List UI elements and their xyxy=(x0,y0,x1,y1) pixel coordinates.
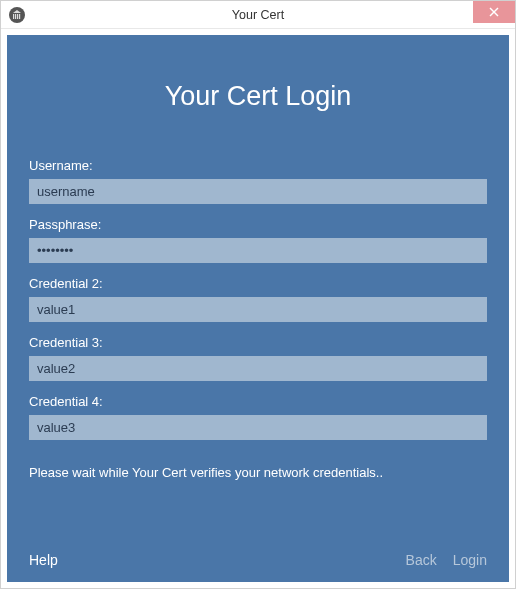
credential-2-input[interactable] xyxy=(29,297,487,322)
svg-rect-1 xyxy=(15,14,16,19)
back-button[interactable]: Back xyxy=(406,552,437,568)
svg-rect-3 xyxy=(19,14,20,19)
username-label: Username: xyxy=(29,158,487,173)
credential-2-label: Credential 2: xyxy=(29,276,487,291)
help-link[interactable]: Help xyxy=(29,552,58,568)
credential-3-label: Credential 3: xyxy=(29,335,487,350)
username-input[interactable] xyxy=(29,179,487,204)
field-credential-3: Credential 3: xyxy=(29,335,487,381)
svg-rect-0 xyxy=(13,14,14,19)
status-message: Please wait while Your Cert verifies you… xyxy=(29,465,487,480)
close-icon xyxy=(489,5,499,19)
login-panel: Your Cert Login Username: Passphrase: Cr… xyxy=(7,35,509,582)
credential-4-label: Credential 4: xyxy=(29,394,487,409)
passphrase-input[interactable] xyxy=(29,238,487,263)
window-root: Your Cert Your Cert Login Username: Pass… xyxy=(0,0,516,589)
field-passphrase: Passphrase: xyxy=(29,217,487,263)
svg-rect-2 xyxy=(17,14,18,19)
page-title: Your Cert Login xyxy=(29,81,487,112)
app-icon xyxy=(9,7,25,23)
titlebar: Your Cert xyxy=(1,1,515,29)
passphrase-label: Passphrase: xyxy=(29,217,487,232)
close-button[interactable] xyxy=(473,1,515,23)
field-credential-4: Credential 4: xyxy=(29,394,487,440)
credential-4-input[interactable] xyxy=(29,415,487,440)
credential-3-input[interactable] xyxy=(29,356,487,381)
svg-marker-4 xyxy=(13,10,21,13)
window-title: Your Cert xyxy=(1,8,515,22)
footer: Help Back Login xyxy=(29,552,487,568)
login-button[interactable]: Login xyxy=(453,552,487,568)
field-username: Username: xyxy=(29,158,487,204)
field-credential-2: Credential 2: xyxy=(29,276,487,322)
